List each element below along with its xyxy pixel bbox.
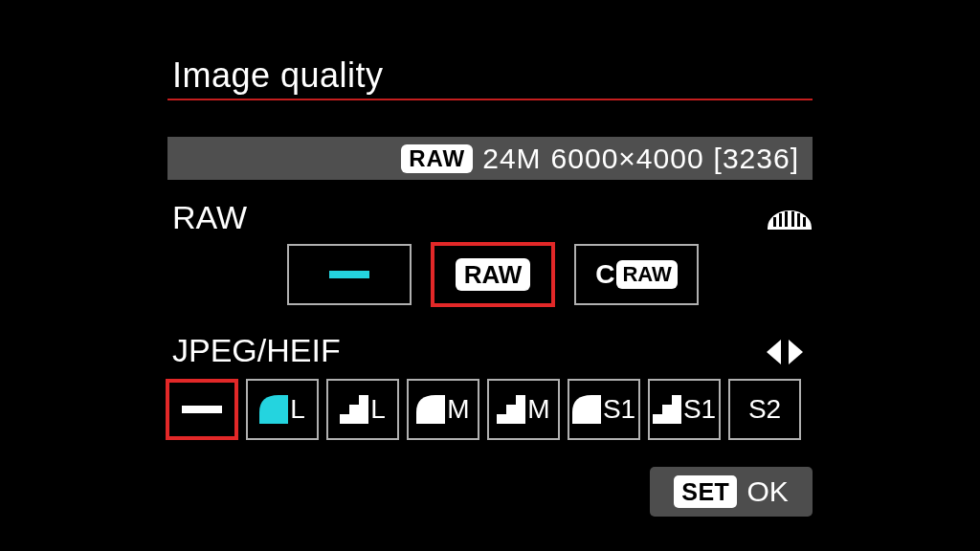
jpeg-option-medium-fine[interactable]: M	[407, 379, 479, 440]
left-right-arrows-icon	[767, 340, 803, 364]
normal-quality-icon	[340, 395, 368, 424]
jpeg-options: L L M M S1 S1 S2	[166, 379, 801, 440]
dash-icon	[329, 271, 369, 278]
page-title: Image quality	[172, 55, 384, 96]
craw-icon: C RAW	[595, 259, 678, 290]
set-badge: SET	[674, 475, 737, 508]
size-label: S2	[748, 394, 781, 425]
fine-quality-icon	[416, 395, 445, 424]
jpeg-section-label: JPEG/HEIF	[172, 332, 341, 369]
jpeg-option-s2[interactable]: S2	[728, 379, 801, 440]
fine-quality-icon	[259, 395, 288, 424]
svg-rect-0	[773, 217, 776, 227]
raw-option-craw[interactable]: C RAW	[574, 244, 699, 305]
dial-icon	[768, 209, 812, 230]
size-label: M	[527, 394, 549, 425]
info-shots: [3236]	[714, 143, 799, 175]
svg-rect-5	[803, 217, 806, 227]
jpeg-option-none[interactable]	[166, 379, 238, 440]
jpeg-option-medium-norm[interactable]: M	[487, 379, 560, 440]
jpeg-option-large-norm[interactable]: L	[326, 379, 399, 440]
size-label: S1	[683, 394, 716, 425]
normal-quality-icon	[653, 395, 681, 424]
raw-options: RAW C RAW	[287, 244, 699, 307]
fine-quality-icon	[572, 395, 601, 424]
svg-rect-4	[797, 213, 800, 227]
info-bar: RAW 24M 6000×4000 [3236]	[167, 137, 813, 180]
size-label: S1	[603, 394, 635, 425]
jpeg-option-large-fine[interactable]: L	[246, 379, 319, 440]
format-badge: RAW	[401, 144, 473, 173]
raw-section-label: RAW	[172, 199, 247, 236]
size-label: L	[290, 394, 305, 425]
size-label: L	[370, 394, 386, 425]
normal-quality-icon	[497, 395, 525, 424]
raw-option-none[interactable]	[287, 244, 412, 305]
info-megapixels: 24M	[482, 143, 541, 175]
title-divider	[167, 99, 813, 100]
svg-rect-3	[791, 211, 794, 227]
dash-icon	[182, 406, 222, 413]
size-label: M	[447, 394, 469, 425]
info-dimensions: 6000×4000	[551, 143, 704, 175]
raw-icon: RAW	[456, 258, 531, 291]
svg-rect-2	[785, 211, 788, 227]
jpeg-option-s1-norm[interactable]: S1	[648, 379, 721, 440]
ok-label: OK	[746, 475, 788, 508]
set-ok-button[interactable]: SET OK	[650, 467, 813, 517]
svg-rect-1	[779, 213, 782, 227]
jpeg-option-s1-fine[interactable]: S1	[568, 379, 640, 440]
raw-option-raw[interactable]: RAW	[431, 242, 555, 307]
